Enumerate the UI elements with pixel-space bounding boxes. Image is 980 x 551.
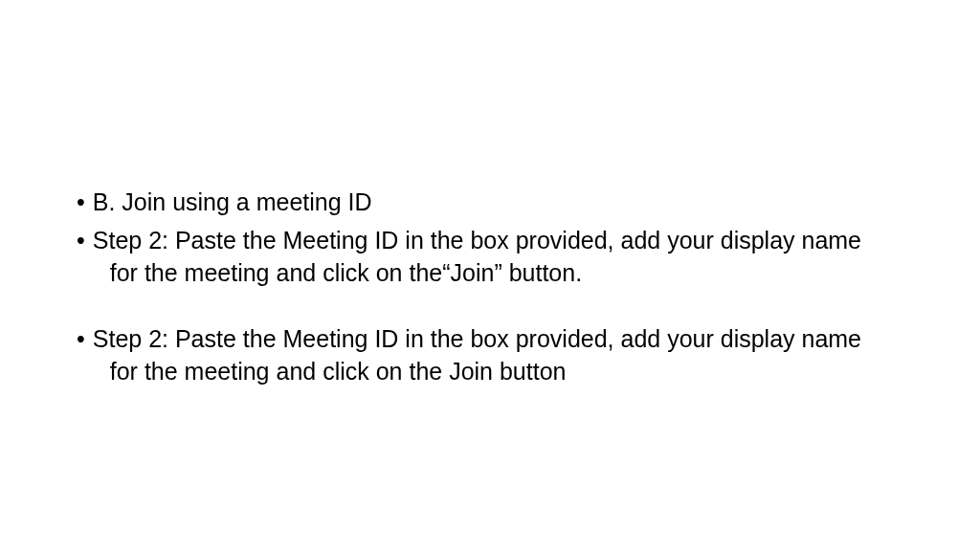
bullet-text: Step 2: Paste the Meeting ID in the box … — [93, 323, 894, 388]
bullet-marker-icon: • — [77, 187, 85, 219]
bullet-item-3: • Step 2: Paste the Meeting ID in the bo… — [86, 323, 894, 388]
bullet-marker-icon: • — [77, 323, 85, 356]
bullet-item-2: • Step 2: Paste the Meeting ID in the bo… — [86, 225, 894, 290]
spacer — [86, 295, 894, 323]
bullet-text-content: Step 2: Paste the Meeting ID in the box … — [93, 323, 894, 388]
bullet-text: Step 2: Paste the Meeting ID in the box … — [93, 225, 894, 290]
bullet-marker-icon: • — [77, 225, 85, 257]
bullet-text-content: Step 2: Paste the Meeting ID in the box … — [93, 225, 894, 290]
bullet-text: B. Join using a meeting ID — [93, 187, 894, 219]
bullet-item-1: • B. Join using a meeting ID — [86, 187, 894, 219]
